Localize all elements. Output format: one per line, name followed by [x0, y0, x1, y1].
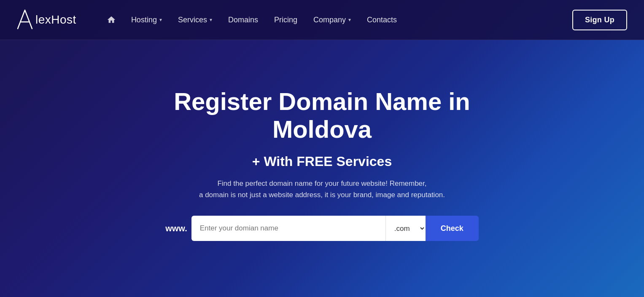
domain-input[interactable]: [191, 216, 385, 241]
page-wrapper: lexHost Hosting ▾ Services ▾ Domains Pri…: [0, 0, 644, 297]
domain-search-bar: www. .com .net .org .md .io Check: [165, 216, 479, 241]
nav-item-hosting[interactable]: Hosting ▾: [125, 12, 168, 28]
tld-select[interactable]: .com .net .org .md .io: [385, 216, 426, 241]
nav-item-services[interactable]: Services ▾: [172, 12, 218, 28]
hero-title: Register Domain Name in Moldova: [132, 88, 512, 144]
nav-item-contacts[interactable]: Contacts: [361, 12, 403, 28]
logo-text: lexHost: [35, 13, 76, 27]
chevron-down-icon: ▾: [348, 17, 351, 23]
chevron-down-icon: ▾: [210, 17, 212, 23]
hero-section: Register Domain Name in Moldova + With F…: [0, 40, 644, 297]
hero-description: Find the perfect domain name for your fu…: [199, 178, 445, 201]
main-nav: Hosting ▾ Services ▾ Domains Pricing Com…: [102, 10, 627, 30]
nav-item-domains[interactable]: Domains: [222, 12, 264, 28]
logo-icon: [17, 9, 33, 30]
header: lexHost Hosting ▾ Services ▾ Domains Pri…: [0, 0, 644, 40]
nav-item-pricing[interactable]: Pricing: [268, 12, 303, 28]
hero-subtitle: + With FREE Services: [252, 154, 392, 169]
signup-button[interactable]: Sign Up: [572, 10, 627, 30]
www-label: www.: [165, 224, 187, 233]
check-button[interactable]: Check: [426, 216, 479, 241]
logo[interactable]: lexHost: [17, 9, 76, 30]
nav-item-company[interactable]: Company ▾: [307, 12, 357, 28]
nav-home-icon[interactable]: [102, 12, 121, 28]
chevron-down-icon: ▾: [159, 17, 162, 23]
